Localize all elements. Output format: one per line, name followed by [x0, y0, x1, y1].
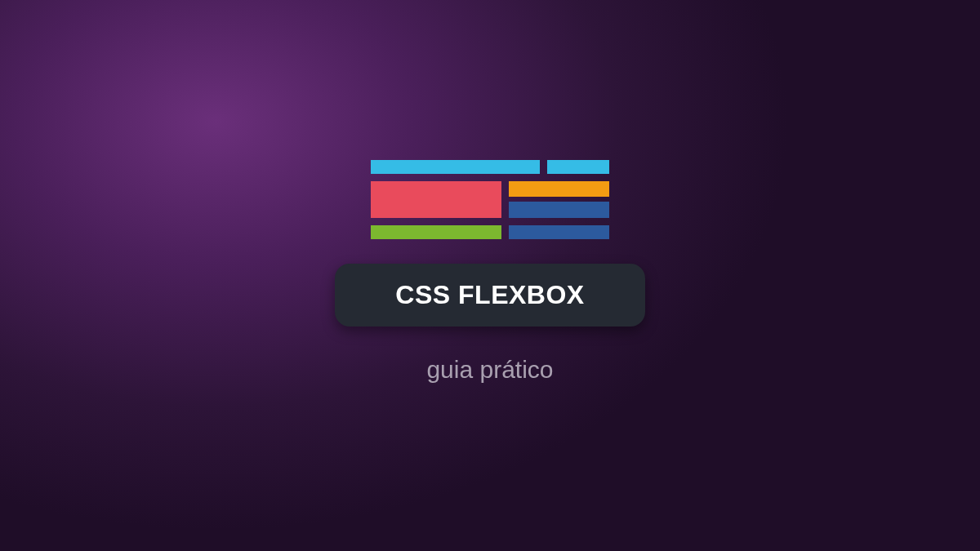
logo-block-right-column: [509, 181, 609, 218]
logo-row-2: [371, 181, 609, 218]
logo-block-blue-top: [509, 202, 609, 218]
flexbox-logo-icon: [371, 160, 609, 239]
logo-block-green: [371, 225, 501, 239]
logo-block-cyan-wide: [371, 160, 540, 174]
subtitle-text: guia prático: [426, 356, 553, 384]
logo-block-blue-bottom: [509, 225, 609, 239]
logo-row-3: [371, 225, 609, 239]
title-text: CSS FLEXBOX: [395, 280, 584, 309]
hero-content: CSS FLEXBOX guia prático: [335, 160, 644, 384]
title-pill: CSS FLEXBOX: [335, 264, 644, 327]
logo-block-cyan-small: [547, 160, 609, 174]
logo-block-orange: [509, 181, 609, 197]
logo-block-red: [371, 181, 501, 218]
logo-row-1: [371, 160, 609, 174]
